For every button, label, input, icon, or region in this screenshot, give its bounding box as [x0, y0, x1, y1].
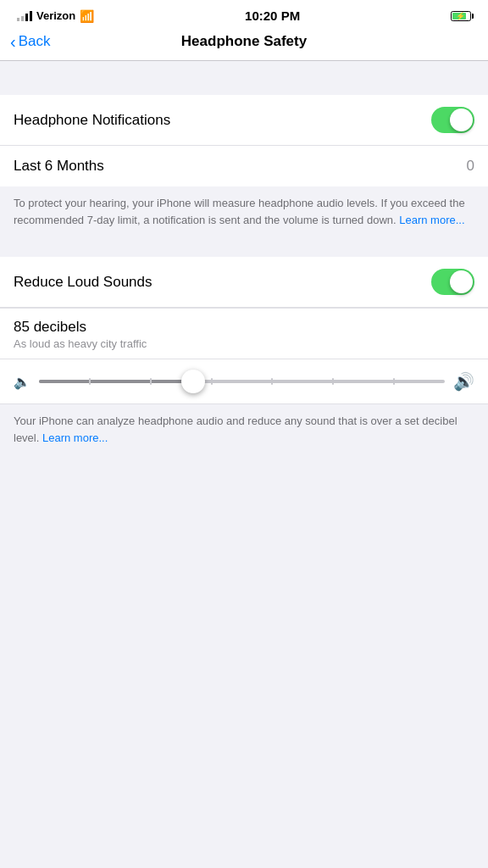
reduce-loud-toggle[interactable] — [431, 269, 474, 295]
tick-5 — [332, 378, 334, 385]
notifications-row: Headphone Notifications — [0, 95, 488, 146]
slider-ticks — [39, 378, 445, 385]
status-time: 10:20 PM — [245, 8, 300, 23]
volume-slider-container: 🔈 🔊 — [0, 359, 488, 404]
reduce-loud-label: Reduce Loud Sounds — [14, 274, 152, 291]
section-headphone-notifications: Headphone Notifications Last 6 Months 0 — [0, 95, 488, 186]
tick-3 — [211, 378, 213, 385]
section1-description-block: To protect your hearing, your iPhone wil… — [0, 186, 488, 240]
decibel-value: 85 decibels — [14, 319, 474, 336]
volume-low-icon: 🔈 — [14, 374, 30, 390]
months-value: 0 — [467, 158, 474, 175]
tick-6 — [393, 378, 395, 385]
tick-4 — [271, 378, 273, 385]
learn-more-1-link[interactable]: Learn more... — [399, 214, 464, 226]
carrier-label: Verizon — [36, 9, 75, 22]
volume-slider[interactable] — [39, 380, 445, 383]
page-title: Headphone Safety — [181, 33, 307, 50]
nav-bar: ‹ Back Headphone Safety — [0, 28, 488, 61]
wifi-icon: 📶 — [80, 9, 94, 23]
learn-more-2-link[interactable]: Learn more... — [42, 431, 108, 444]
reduce-loud-row: Reduce Loud Sounds — [0, 257, 488, 308]
section1-description: To protect your hearing, your iPhone wil… — [14, 195, 474, 228]
section2-description-block: Your iPhone can analyze headphone audio … — [0, 404, 488, 458]
toggle-knob-2 — [450, 270, 473, 293]
toggle-knob — [450, 108, 473, 131]
section2-description: Your iPhone can analyze headphone audio … — [14, 413, 474, 446]
status-left: Verizon 📶 — [17, 9, 94, 23]
slider-thumb[interactable] — [181, 370, 205, 393]
tick-1 — [89, 378, 91, 385]
tick-2 — [150, 378, 152, 385]
months-label: Last 6 Months — [14, 158, 104, 175]
decibel-info: 85 decibels As loud as heavy city traffi… — [0, 308, 488, 359]
back-button[interactable]: ‹ Back — [10, 33, 50, 50]
chevron-left-icon: ‹ — [10, 33, 16, 50]
content: Headphone Notifications Last 6 Months 0 … — [0, 61, 488, 458]
section-gap-middle — [0, 240, 488, 257]
decibel-description: As loud as heavy city traffic — [14, 337, 474, 350]
section-gap-top — [0, 78, 488, 95]
notifications-label: Headphone Notifications — [14, 112, 170, 129]
battery-icon: ⚡ — [451, 11, 471, 21]
volume-high-icon: 🔊 — [453, 371, 474, 392]
status-bar: Verizon 📶 10:20 PM ⚡ — [0, 0, 488, 28]
signal-icon — [17, 11, 32, 21]
status-right: ⚡ — [451, 11, 471, 21]
section-reduce-loud-sounds: Reduce Loud Sounds 85 decibels As loud a… — [0, 257, 488, 404]
back-label: Back — [19, 33, 51, 50]
notifications-toggle[interactable] — [431, 107, 474, 133]
months-row: Last 6 Months 0 — [0, 146, 488, 186]
